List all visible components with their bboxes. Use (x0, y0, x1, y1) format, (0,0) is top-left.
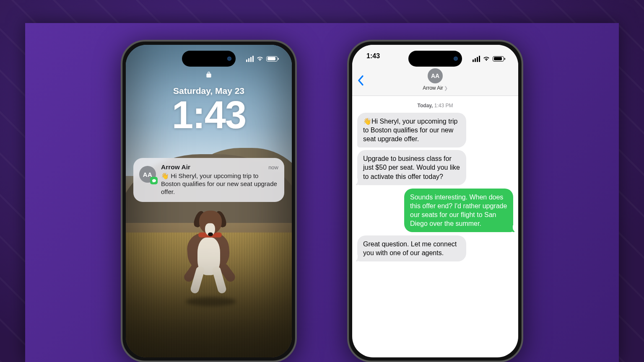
message-bubble-incoming[interactable]: Great question. Let me connect you with … (357, 235, 466, 261)
silence-switch[interactable] (347, 100, 348, 113)
message-text: Upgrade to business class for just $50 p… (363, 155, 460, 180)
message-bubble-incoming[interactable]: Upgrade to business class for just $50 p… (357, 150, 466, 185)
notification-app-avatar: AA (139, 166, 156, 183)
phone-messages: 1:43 AA Arrow Air❯ (347, 40, 523, 362)
battery-icon (266, 56, 278, 62)
silence-switch[interactable] (121, 100, 122, 113)
notification-time: now (268, 164, 278, 171)
chevron-right-icon: ❯ (444, 85, 448, 90)
dynamic-island (408, 51, 462, 67)
contact-avatar[interactable]: AA (428, 68, 443, 83)
contact-name[interactable]: Arrow Air❯ (352, 85, 518, 91)
front-camera-icon (227, 57, 231, 61)
front-camera-icon (454, 57, 458, 61)
volume-up-button[interactable] (121, 123, 122, 146)
notification-body: 👋 Hi Sheryl, your upcoming trip to Bosto… (161, 172, 278, 196)
dynamic-island (182, 51, 236, 67)
status-time: 1:43 (366, 52, 390, 65)
wifi-icon (256, 56, 264, 62)
lock-icon (126, 71, 292, 79)
wifi-icon (483, 56, 490, 62)
message-text: Sounds interesting. When does this offer… (410, 194, 507, 227)
message-bubble-outgoing[interactable]: Sounds interesting. When does this offer… (404, 189, 513, 232)
power-button[interactable] (522, 129, 523, 167)
cellular-icon (473, 56, 480, 62)
message-text: Great question. Let me connect you with … (363, 240, 457, 256)
volume-down-button[interactable] (347, 153, 348, 176)
contact-name-text: Arrow Air (423, 85, 443, 91)
power-button[interactable] (296, 129, 297, 167)
battery-icon (493, 56, 504, 62)
message-bubble-incoming[interactable]: 👋Hi Sheryl, your upcoming trip to Boston… (357, 113, 466, 147)
message-thread[interactable]: Today, 1:43 PM 👋Hi Sheryl, your upcoming… (352, 96, 518, 357)
notification-card[interactable]: AA Arrow Air now 👋 Hi Sheryl, your upcom… (133, 158, 284, 202)
messages-badge-icon (150, 177, 158, 184)
volume-up-button[interactable] (347, 123, 348, 146)
notification-title: Arrow Air (161, 163, 190, 171)
message-text: 👋Hi Sheryl, your upcoming trip to Boston… (363, 118, 457, 142)
cellular-icon (246, 56, 254, 62)
lock-time: 1:43 (126, 97, 292, 133)
volume-down-button[interactable] (121, 153, 122, 176)
phone-lockscreen: Saturday, May 23 1:43 AA Arrow Air now 👋… (121, 40, 297, 362)
thread-timestamp: Today, 1:43 PM (357, 103, 513, 109)
